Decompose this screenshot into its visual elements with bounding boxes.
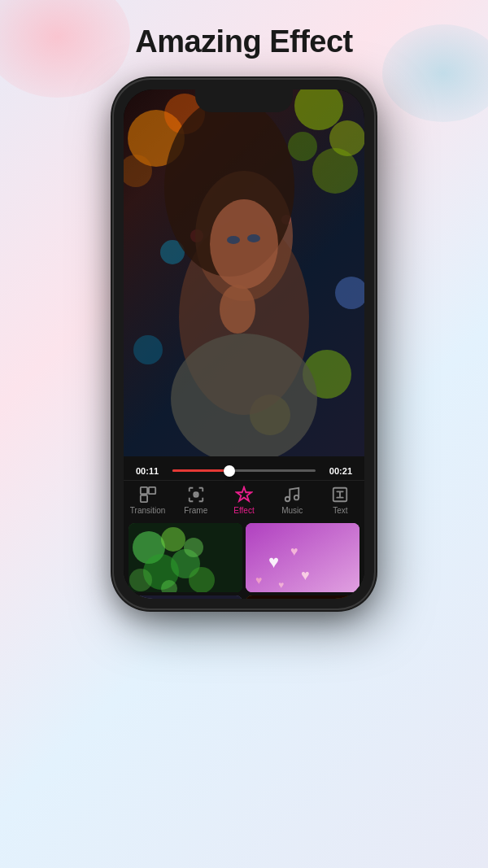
svg-point-0 bbox=[128, 110, 185, 167]
tab-music-label: Music bbox=[281, 506, 303, 515]
tab-effect-label: Effect bbox=[233, 506, 254, 515]
tabs-bar: Transition Frame bbox=[124, 480, 364, 518]
svg-text:♥: ♥ bbox=[278, 579, 284, 591]
timeline-area: 00:11 00:21 bbox=[124, 456, 364, 599]
tab-text[interactable]: Text bbox=[316, 486, 364, 515]
tab-transition[interactable]: Transition bbox=[124, 486, 172, 515]
svg-rect-22 bbox=[140, 487, 146, 494]
svg-rect-51 bbox=[246, 595, 359, 599]
svg-point-33 bbox=[161, 527, 185, 552]
tab-frame[interactable]: Frame bbox=[172, 486, 220, 515]
svg-point-7 bbox=[160, 240, 185, 264]
svg-text:♥: ♥ bbox=[290, 544, 298, 558]
video-area[interactable] bbox=[124, 89, 364, 456]
svg-rect-24 bbox=[140, 495, 146, 502]
thumbnail-2[interactable]: ♥ ♥ ♥ ♥ ♥ bbox=[246, 523, 359, 592]
tab-effect[interactable]: Effect bbox=[220, 486, 268, 515]
svg-point-9 bbox=[133, 335, 163, 364]
phone-screen: 00:11 00:21 bbox=[124, 89, 364, 599]
progress-thumb[interactable] bbox=[224, 465, 235, 477]
svg-point-38 bbox=[189, 567, 215, 592]
tab-text-label: Text bbox=[333, 506, 347, 515]
svg-point-14 bbox=[195, 171, 293, 301]
thumbnail-4[interactable] bbox=[246, 595, 359, 599]
progress-bar-container[interactable]: 00:11 00:21 bbox=[124, 456, 364, 480]
svg-rect-23 bbox=[149, 487, 155, 494]
svg-point-21 bbox=[247, 234, 260, 242]
svg-point-10 bbox=[303, 350, 351, 399]
svg-point-37 bbox=[129, 569, 152, 591]
svg-point-20 bbox=[227, 236, 240, 244]
phone-notch bbox=[195, 89, 293, 112]
tab-music[interactable]: Music bbox=[268, 486, 316, 515]
svg-point-5 bbox=[288, 132, 317, 161]
svg-rect-46 bbox=[129, 595, 242, 599]
tab-transition-label: Transition bbox=[130, 506, 166, 515]
svg-text:♥: ♥ bbox=[268, 552, 279, 572]
svg-point-3 bbox=[294, 89, 343, 130]
svg-text:♥: ♥ bbox=[255, 574, 262, 587]
phone-device: 00:11 00:21 bbox=[114, 80, 374, 608]
svg-point-11 bbox=[250, 395, 290, 435]
svg-point-36 bbox=[184, 538, 203, 557]
svg-point-13 bbox=[281, 215, 291, 225]
svg-point-15 bbox=[179, 220, 309, 415]
progress-track[interactable] bbox=[172, 469, 316, 472]
phone-wrapper: 00:11 00:21 bbox=[0, 80, 488, 608]
svg-point-19 bbox=[220, 285, 255, 334]
svg-point-16 bbox=[164, 98, 294, 277]
svg-point-8 bbox=[335, 277, 364, 309]
time-total: 00:21 bbox=[324, 466, 352, 476]
svg-point-17 bbox=[210, 199, 278, 289]
svg-point-6 bbox=[312, 148, 358, 194]
svg-point-4 bbox=[329, 120, 364, 156]
thumbnail-1[interactable] bbox=[129, 523, 242, 592]
thumbnails-grid: ♥ ♥ ♥ ♥ ♥ bbox=[124, 518, 364, 599]
svg-point-2 bbox=[124, 155, 152, 187]
tab-frame-label: Frame bbox=[184, 506, 207, 515]
svg-point-28 bbox=[285, 496, 290, 501]
time-current: 00:11 bbox=[136, 466, 164, 476]
thumbnail-3[interactable] bbox=[129, 595, 242, 599]
svg-point-29 bbox=[294, 495, 299, 500]
svg-text:♥: ♥ bbox=[301, 567, 310, 583]
svg-point-12 bbox=[190, 229, 203, 242]
progress-fill bbox=[172, 469, 229, 472]
svg-point-18 bbox=[171, 334, 317, 456]
bokeh-overlay bbox=[124, 89, 364, 456]
